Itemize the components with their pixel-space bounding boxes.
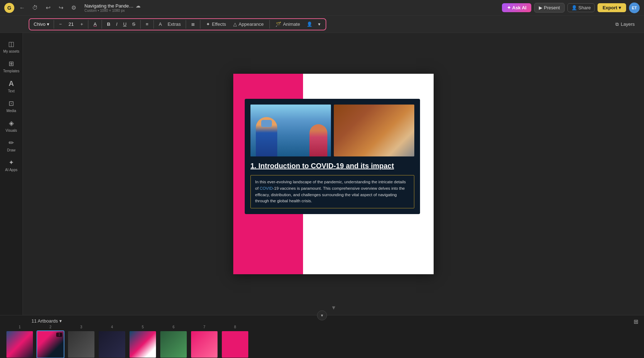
appearance-button[interactable]: △ Appearance (230, 20, 267, 28)
chain-bg (334, 105, 414, 156)
undo-button[interactable]: ↩ (43, 3, 53, 13)
triangle-icon: △ (233, 21, 237, 27)
main-area: ◫ My assets ⊞ Templates A Text ⊡ Media ◈… (0, 33, 644, 315)
thumbnail-8[interactable] (221, 330, 249, 358)
divider (88, 20, 88, 29)
sparkle-icon: ✦ (206, 21, 210, 27)
sidebar-item-draw[interactable]: ✏ Draw (1, 136, 21, 155)
font-color-button[interactable]: A (91, 20, 99, 28)
sidebar-item-my-assets[interactable]: ◫ My assets (1, 37, 21, 56)
italic-button[interactable]: I (114, 20, 120, 28)
font-size-control: − + (57, 20, 85, 28)
extras-button[interactable]: Extras (165, 20, 183, 28)
sidebar-item-text[interactable]: A Text (1, 77, 21, 96)
thumb-more-menu[interactable]: ⋮ (56, 333, 62, 337)
artboard: 1. Introduction to COVID-19 and its impa… (233, 74, 434, 274)
person2 (309, 124, 327, 156)
ask-ai-button[interactable]: ✦ Ask AI (502, 3, 531, 12)
thumbnail-2[interactable]: ⋮ (36, 330, 64, 358)
canvas-collapse-arrow[interactable]: ▾ (332, 304, 335, 311)
thumbnail-5[interactable] (129, 330, 157, 358)
underline-button[interactable]: U (121, 20, 128, 28)
thumbnail-item-2[interactable]: 2 ⋮ (36, 325, 64, 358)
thumbnail-1[interactable] (6, 330, 34, 358)
strip-collapse-button[interactable]: ▾ (317, 310, 327, 320)
divider (269, 20, 270, 29)
divider (200, 20, 200, 29)
document-title: Navigating the Pande… ☁ (84, 3, 141, 9)
thumbnail-3[interactable] (67, 330, 95, 358)
article-body: In this ever-evolving landscape of the p… (255, 179, 410, 204)
effects-button[interactable]: ✦ Effects (203, 20, 229, 28)
font-size-input[interactable] (65, 21, 78, 27)
divider (153, 20, 154, 29)
bold-button[interactable]: B (105, 20, 112, 28)
animate-button[interactable]: 🪄 Animate (273, 20, 303, 28)
thumb-preview-3 (68, 331, 94, 358)
grid-view-button[interactable]: ⊞ (634, 318, 638, 325)
photos-row (250, 105, 414, 156)
settings-button[interactable]: ⚙ (69, 3, 79, 13)
thumbnail-7[interactable] (190, 330, 218, 358)
photo-people (250, 105, 331, 156)
toolbar-right: ⧉ Layers (612, 20, 638, 29)
photo-lock (334, 105, 414, 156)
canvas-area: 1. Introduction to COVID-19 and its impa… (23, 33, 644, 315)
person1 (256, 117, 277, 156)
draw-icon: ✏ (9, 139, 14, 147)
avatar[interactable]: ET (629, 3, 640, 13)
sidebar-item-media[interactable]: ⊡ Media (1, 97, 21, 116)
sidebar-item-templates[interactable]: ⊞ Templates (1, 57, 21, 76)
export-button[interactable]: Export ▾ (597, 3, 626, 12)
cloud-icon: ☁ (136, 3, 141, 9)
divider (186, 20, 186, 29)
document-subtitle: Custom • 1080 × 1080 px (84, 9, 141, 13)
visuals-icon: ◈ (9, 119, 14, 127)
thumbnail-item-4[interactable]: 4 (98, 325, 126, 358)
thumbnail-item-3[interactable]: 3 (67, 325, 95, 358)
article-heading: 1. Introduction to COVID-19 and its impa… (250, 161, 414, 170)
thumbnail-4[interactable] (98, 330, 126, 358)
thumb-preview-1 (6, 331, 33, 358)
media-icon: ⊡ (9, 100, 14, 107)
sidebar-item-ai-apps[interactable]: ✦ AI Apps (1, 156, 21, 175)
present-button[interactable]: ▶ Present (534, 3, 564, 13)
collab-button[interactable]: 👤 (304, 20, 314, 28)
layers-button[interactable]: ⧉ Layers (612, 20, 638, 29)
artboard-card: 1. Introduction to COVID-19 and its impa… (245, 99, 420, 214)
divider (54, 20, 54, 29)
redo-button[interactable]: ↪ (56, 3, 66, 13)
font-selector[interactable]: Chivo ▾ (32, 21, 51, 28)
share-button[interactable]: 👤 Share (567, 3, 595, 12)
artboards-label[interactable]: 11 Artboards ▾ (31, 318, 62, 324)
align-button[interactable]: ≡ (143, 20, 151, 28)
increase-font-size-button[interactable]: + (78, 20, 86, 28)
layers-icon: ⧉ (615, 21, 619, 27)
article-body-box[interactable]: In this ever-evolving landscape of the p… (250, 175, 414, 208)
history-button[interactable]: ⏱ (30, 3, 40, 13)
title-area: Navigating the Pande… ☁ Custom • 1080 × … (84, 3, 141, 13)
thumbnail-6[interactable] (160, 330, 187, 358)
mask (261, 120, 272, 127)
thumbnail-item-7[interactable]: 7 (190, 325, 218, 358)
collab-chevron-button[interactable]: ▾ (316, 20, 323, 28)
app-logo: G (4, 3, 14, 13)
list-button[interactable]: ≣ (189, 20, 197, 28)
sidebar-item-visuals[interactable]: ◈ Visuals (1, 116, 21, 135)
format-toolbar: Chivo ▾ − + A B I U S ≡ A Extras (0, 16, 644, 33)
thumbnail-item-5[interactable]: 5 (129, 325, 157, 358)
thumb-preview-4 (99, 331, 125, 358)
thumb-preview-5 (130, 331, 156, 358)
size-button[interactable]: A (157, 20, 164, 28)
thumbnail-item-6[interactable]: 6 (160, 325, 187, 358)
highlight-word: COVID (260, 186, 273, 190)
thumbnail-item-8[interactable]: 8 (221, 325, 249, 358)
topbar-actions: ✦ Ask AI ▶ Present 👤 Share Export ▾ ET (502, 3, 640, 13)
topbar: G ← ⏱ ↩ ↪ ⚙ Navigating the Pande… ☁ Cust… (0, 0, 644, 16)
ai-apps-icon: ✦ (9, 159, 14, 166)
decrease-font-size-button[interactable]: − (57, 20, 64, 28)
left-sidebar: ◫ My assets ⊞ Templates A Text ⊡ Media ◈… (0, 33, 23, 315)
thumbnail-item-1[interactable]: 1 (6, 325, 34, 358)
strikethrough-button[interactable]: S (130, 20, 138, 28)
back-button[interactable]: ← (17, 3, 27, 13)
